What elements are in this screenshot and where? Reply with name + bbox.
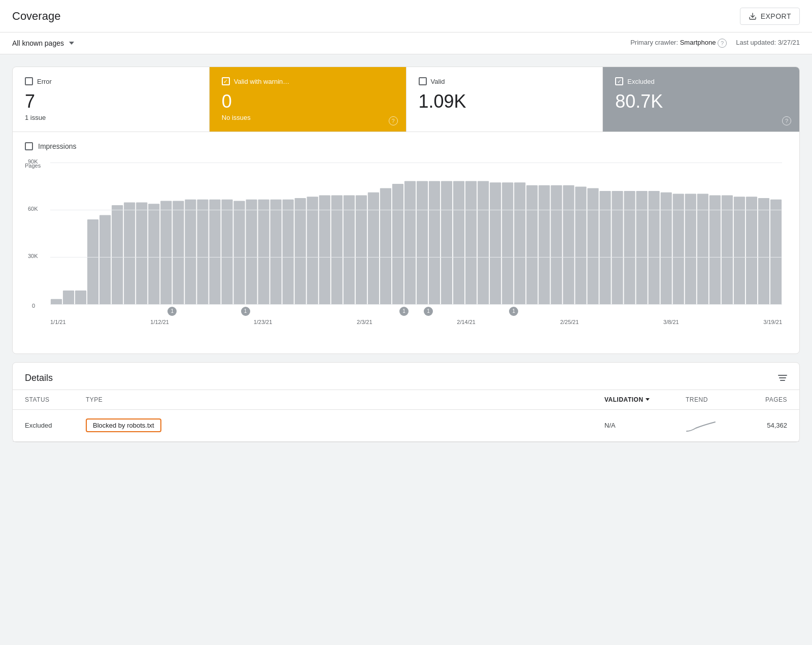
svg-rect-56 (722, 195, 733, 305)
filter-bar: All known pages Primary crawler: Smartph… (0, 33, 812, 54)
filter-left[interactable]: All known pages (12, 39, 74, 47)
crawler-help-icon[interactable]: ? (718, 39, 727, 48)
event-circle: 1 (399, 307, 409, 316)
svg-rect-2 (63, 291, 74, 305)
valid-warning-subtitle: No issues (222, 114, 394, 121)
svg-rect-47 (612, 191, 623, 305)
valid-warning-value: 0 (222, 91, 394, 112)
svg-rect-50 (649, 191, 660, 305)
svg-rect-37 (490, 182, 501, 305)
error-label: Error (37, 78, 52, 85)
svg-rect-27 (368, 192, 379, 304)
svg-rect-19 (270, 199, 282, 304)
blocked-badge[interactable]: Blocked by robots.txt (86, 418, 161, 432)
svg-rect-4 (87, 219, 98, 305)
page-title: Coverage (12, 10, 60, 23)
col-validation[interactable]: Validation (604, 396, 686, 403)
error-value: 7 (25, 91, 197, 112)
svg-rect-34 (453, 181, 464, 305)
summary-card: Error 7 1 issue ? Valid with warnin… 0 N… (12, 67, 800, 354)
row-status: Excluded (25, 422, 86, 429)
col-status: Status (25, 396, 86, 403)
svg-rect-40 (526, 185, 537, 304)
svg-rect-24 (331, 195, 343, 305)
svg-rect-42 (551, 185, 562, 304)
svg-rect-5 (99, 215, 111, 304)
svg-rect-53 (685, 194, 696, 304)
impressions-checkbox[interactable] (25, 142, 33, 150)
chart-bars-svg (50, 163, 782, 305)
svg-rect-36 (478, 181, 489, 305)
impressions-header: Impressions (25, 142, 787, 150)
error-subtitle: 1 issue (25, 114, 197, 121)
x-label-6: 3/8/21 (663, 319, 679, 325)
event-circle: 1 (241, 307, 250, 316)
table-row: Excluded Blocked by robots.txt N/A 54,36… (13, 410, 799, 442)
x-label-0: 1/1/21 (50, 319, 66, 325)
chart-area: 90K 60K 30K 0 11111 (50, 163, 782, 305)
impressions-label: Impressions (38, 142, 76, 150)
excluded-checkbox[interactable] (615, 77, 623, 85)
svg-rect-41 (538, 185, 550, 304)
valid-warning-help-icon[interactable]: ? (389, 116, 398, 125)
error-checkbox[interactable] (25, 77, 33, 85)
svg-rect-30 (404, 181, 416, 305)
top-bar: Coverage EXPORT (0, 0, 812, 33)
svg-rect-32 (429, 181, 440, 305)
error-help-icon[interactable]: ? (192, 116, 201, 125)
svg-rect-12 (185, 199, 196, 304)
svg-rect-35 (465, 181, 477, 305)
stat-card-excluded[interactable]: Excluded 80.7K ? (603, 67, 799, 132)
filter-dropdown-arrow[interactable] (69, 42, 74, 45)
svg-rect-21 (295, 198, 306, 305)
svg-rect-16 (233, 201, 245, 304)
svg-rect-51 (661, 192, 672, 304)
x-label-1: 1/12/21 (150, 319, 169, 325)
valid-warning-checkbox[interactable] (222, 77, 230, 85)
stat-card-error[interactable]: Error 7 1 issue ? (13, 67, 210, 132)
svg-rect-48 (624, 191, 635, 305)
svg-rect-25 (344, 195, 355, 305)
svg-rect-46 (599, 191, 611, 305)
x-label-3: 2/3/21 (357, 319, 373, 325)
svg-rect-3 (75, 291, 86, 305)
col-type: Type (86, 396, 604, 403)
stats-row: Error 7 1 issue ? Valid with warnin… 0 N… (13, 67, 799, 132)
svg-rect-10 (160, 201, 172, 304)
filter-icon[interactable] (778, 375, 787, 381)
x-label-4: 2/14/21 (457, 319, 476, 325)
valid-help-icon[interactable]: ? (585, 116, 594, 125)
svg-rect-33 (441, 181, 452, 305)
svg-rect-44 (575, 186, 586, 304)
svg-rect-6 (112, 205, 123, 305)
excluded-value: 80.7K (615, 91, 787, 112)
filter-right: Primary crawler: Smartphone ? Last updat… (630, 39, 800, 48)
svg-rect-29 (392, 184, 403, 305)
trend-chart (686, 418, 716, 433)
sort-arrow (646, 398, 650, 401)
svg-rect-31 (417, 181, 428, 305)
x-axis-labels: 1/1/21 1/12/21 1/23/21 2/3/21 2/14/21 2/… (50, 319, 782, 325)
excluded-help-icon[interactable]: ? (782, 116, 791, 125)
svg-rect-23 (319, 195, 330, 305)
stat-card-valid-warning[interactable]: Valid with warnin… 0 No issues ? (210, 67, 407, 132)
row-type: Blocked by robots.txt (86, 418, 604, 432)
svg-rect-49 (636, 191, 648, 305)
stat-card-valid[interactable]: Valid 1.09K ? (407, 67, 603, 132)
export-button[interactable]: EXPORT (740, 8, 800, 25)
event-circle: 1 (509, 307, 518, 316)
main-content: Error 7 1 issue ? Valid with warnin… 0 N… (0, 54, 812, 455)
valid-checkbox[interactable] (419, 77, 427, 85)
valid-label: Valid (431, 78, 445, 85)
svg-rect-43 (563, 185, 574, 304)
svg-rect-28 (380, 188, 391, 305)
svg-rect-57 (734, 197, 745, 305)
filter-label: All known pages (12, 39, 64, 47)
chart-section: Impressions Pages 90K 60K 30K 0 (13, 132, 799, 353)
x-label-5: 2/25/21 (560, 319, 579, 325)
valid-warning-label: Valid with warnin… (234, 78, 290, 85)
event-circle: 1 (167, 307, 177, 316)
x-label-7: 3/19/21 (763, 319, 782, 325)
svg-rect-60 (770, 199, 782, 304)
svg-rect-17 (246, 199, 257, 304)
